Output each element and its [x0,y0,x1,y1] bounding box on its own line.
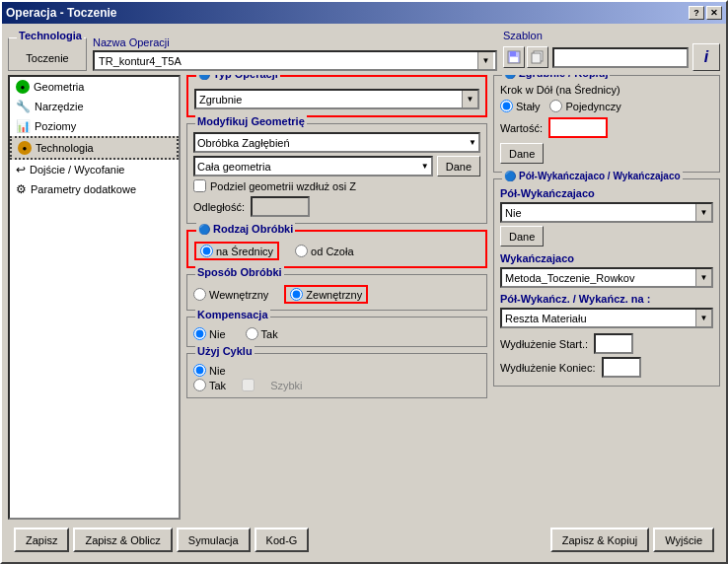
nazwa-section: Nazwa Operacji TR_kontur4_T5A ▼ [93,36,497,71]
parametry-icon: ⚙ [16,182,27,196]
help-button[interactable]: ? [689,6,704,20]
dojscie-icon: ↩ [16,163,26,176]
na-srednicy-label[interactable]: na Średnicy [200,245,273,257]
cykl-tak-radio[interactable] [193,379,206,391]
info-button[interactable]: i [692,43,720,71]
typ-icon: 🔵 [198,75,210,80]
wyd-start-label: Wydłużenie Start.: [500,338,588,350]
szybki-checkbox[interactable] [242,379,255,391]
pol-arrow[interactable]: ▼ [695,204,711,221]
rodzaj-group: 🔵 Rodzaj Obróbki na Średnicy od Cz [186,230,487,268]
wyk-value[interactable]: Metoda_Toczenie_Rowkov [502,272,695,284]
szablon-label: Szablon [503,30,720,41]
na-srednicy-radio[interactable] [200,245,213,257]
staly-label[interactable]: Stały [500,100,540,112]
geometria-icon: ● [16,80,30,94]
technologia-icon: ● [18,141,32,155]
zgrubnie-icon: 🔵 [504,75,516,79]
komp-tak-radio[interactable] [246,327,258,340]
zgrubnie-dane-btn[interactable]: Dane [500,143,544,164]
polfin-label: Pół-Wykańcz. / Wykańcz. na : [500,293,713,305]
polfin-arrow[interactable]: ▼ [695,310,711,326]
szablon-icons [503,46,548,68]
sposob-label: Sposób Obróbki [195,266,284,278]
komp-nie-radio[interactable] [193,327,206,340]
modyfikuj-arrow2[interactable]: ▼ [421,162,429,171]
odleglosc-label: Odległość: [193,201,245,213]
polfin-value[interactable]: Reszta Materiału [502,313,695,324]
zgrubnie-label: 🔵 Zgrubnie / Kopiuj [502,75,610,79]
nav-technologia[interactable]: ● Technologia [10,136,179,160]
modyfikuj-label: Modyfikuj Geometrię [195,115,307,127]
nav-geometria[interactable]: ● Geometria [10,77,179,97]
sposob-group: Sposób Obróbki Wewnętrzny Zewnętrzny [186,274,487,311]
wyd-start-input[interactable]: 0 [594,333,633,354]
zewnetrzny-wrapper: Zewnętrzny [284,285,368,304]
wykanczajaco-label: Wykańczajaco [500,252,713,264]
zapisz-kopiuj-btn[interactable]: Zapisz & Kopiuj [550,528,649,552]
typ-operacji-group: 🔵 Typ Operacji Zgrubnie ▼ [186,75,487,117]
rodzaj-label: 🔵 Rodzaj Obróbki [196,223,295,235]
modyfikuj-sel2[interactable]: Cała geometria [197,161,271,173]
cykl-nie-radio[interactable] [193,364,206,377]
symulacja-btn[interactable]: Symulacja [177,528,251,552]
svg-rect-1 [510,51,516,56]
pojedynczy-label[interactable]: Pojedynczy [549,100,620,112]
zapisz-oblicz-btn[interactable]: Zapisz & Oblicz [73,528,172,552]
cykl-nie-label[interactable]: Nie [193,364,226,377]
cykl-tak-label[interactable]: Tak [193,379,226,391]
nav-dojscie[interactable]: ↩ Dojście / Wycofanie [10,160,179,179]
pol-dane-btn[interactable]: Dane [500,226,544,247]
nazwa-arrow[interactable]: ▼ [477,52,493,69]
modyfikuj-sel1[interactable]: Obróbka Zagłębień [197,137,290,149]
nav-narzedzie[interactable]: 🔧 Narzędzie [10,97,179,116]
zewnetrzny-radio[interactable] [290,288,303,301]
wartosc-input[interactable]: 2 [548,117,608,138]
od-czola-radio[interactable] [295,245,308,257]
wyjscie-btn[interactable]: Wyjście [653,528,714,552]
rodzaj-icon: 🔵 [198,224,210,235]
nav-poziomy[interactable]: 📊 Poziomy [10,116,179,136]
modyfikuj-arrow1[interactable]: ▼ [469,138,476,147]
technologia-value: Toczenie [15,52,80,64]
main-window: Operacja - Toczenie ? ✕ Technologia Tocz… [0,0,728,564]
modyfikuj-dane-btn[interactable]: Dane [437,156,480,176]
wartosc-label: Wartość: [500,122,543,134]
nazwa-input[interactable]: TR_kontur4_T5A [97,55,477,67]
wewnetrzny-label[interactable]: Wewnętrzny [193,288,268,301]
copy-icon-btn[interactable] [527,46,548,68]
pol-sub-label: Pół-Wykańczajaco [500,187,713,199]
wyk-arrow[interactable]: ▼ [695,269,711,286]
wyd-koniec-input[interactable]: 0 [602,357,641,378]
zewnetrzny-label[interactable]: Zewnętrzny [290,288,362,301]
szablon-input[interactable] [552,47,689,68]
bottom-right: Zapisz & Kopiuj Wyjście [550,528,714,552]
poziomy-icon: 📊 [16,119,31,133]
komp-nie-label[interactable]: Nie [193,327,226,340]
pojedynczy-radio[interactable] [549,100,562,112]
top-row: Technologia Toczenie Nazwa Operacji TR_k… [8,30,720,71]
pol-icon: 🔵 [504,171,516,181]
zapisz-btn[interactable]: Zapisz [14,528,69,552]
title-bar-buttons: ? ✕ [689,6,722,20]
bottom-buttons: Zapisz Zapisz & Oblicz Symulacja Kod-G Z… [8,524,720,556]
komp-tak-label[interactable]: Tak [246,327,278,340]
na-srednicy-radio-wrapper: na Średnicy [194,242,279,260]
typ-arrow[interactable]: ▼ [462,91,477,107]
zgrubnie-group: 🔵 Zgrubnie / Kopiuj Krok w Dół (na Średn… [493,75,720,173]
pol-wykanczajaco-group: 🔵 Pół-Wykańczajaco / Wykańczajaco Pół-Wy… [493,178,720,387]
pol-sel[interactable]: Nie [502,207,695,219]
save-icon-btn[interactable] [503,46,525,68]
kod-g-btn[interactable]: Kod-G [255,528,310,552]
wyd-koniec-label: Wydłużenie Koniec: [500,362,596,374]
close-button[interactable]: ✕ [706,6,722,20]
kompensacja-group: Kompensacja Nie Tak [186,317,487,347]
wewnetrzny-radio[interactable] [193,288,206,301]
typ-value[interactable]: Zgrubnie [196,94,462,106]
nazwa-label: Nazwa Operacji [93,36,497,48]
staly-radio[interactable] [500,100,513,112]
podziel-checkbox[interactable] [193,179,206,192]
od-czola-label[interactable]: od Czoła [295,245,353,257]
nav-parametry[interactable]: ⚙ Parametry dodatkowe [10,179,179,199]
modyfikuj-group: Modyfikuj Geometrię Obróbka Zagłębień ▼ … [186,123,487,224]
